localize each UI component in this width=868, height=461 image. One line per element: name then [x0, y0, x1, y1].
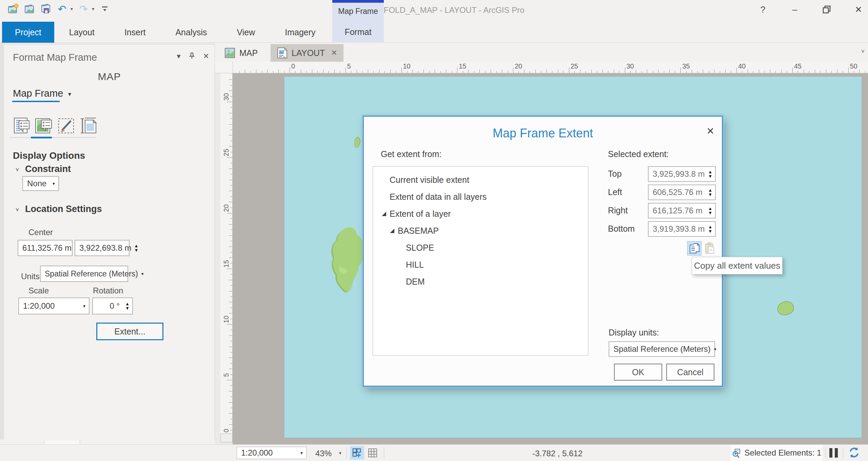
units-label: Units — [21, 272, 40, 281]
location-settings-heading[interactable]: Location Settings — [25, 204, 102, 214]
pane-icon-tabs — [12, 116, 98, 135]
display-units-label: Display units: — [609, 328, 659, 338]
units-select[interactable]: Spatial Reference (Meters)▾ — [40, 266, 128, 282]
layout-grid-button[interactable] — [350, 446, 364, 460]
extent-right-spinner[interactable]: ▲▼ — [705, 207, 715, 215]
center-label: Center — [28, 228, 53, 237]
display-options-heading: Display Options — [13, 150, 85, 161]
extent-left-label: Left — [608, 187, 622, 197]
map-view-icon — [224, 47, 235, 58]
cancel-button[interactable]: Cancel — [666, 364, 714, 381]
view-tab-map[interactable]: MAP — [218, 44, 264, 62]
vertical-ruler: 051015202530 — [220, 73, 233, 440]
contextual-tab-group: Map Frame Format — [332, 0, 384, 43]
extent-bottom-spinner[interactable]: ▲▼ — [705, 225, 715, 233]
rotation-spinner[interactable]: ▲▼ — [122, 302, 132, 310]
scale-label: Scale — [28, 286, 49, 295]
vertical-ruler-gap — [215, 73, 220, 440]
extent-bottom-field[interactable]: 3,919,393.8 m▲▼ — [648, 221, 716, 237]
extent-left-spinner[interactable]: ▲▼ — [705, 188, 715, 196]
ribbon-tab-analysis[interactable]: Analysis — [160, 22, 222, 43]
location-collapse-icon[interactable]: ˅ — [16, 207, 19, 213]
tree-item-extent-of-data-in-all-layers[interactable]: Extent of data in all layers — [382, 188, 487, 205]
pane-menu-icon[interactable]: ▾ — [177, 52, 181, 61]
tab-symbol-icon[interactable] — [57, 116, 76, 135]
refresh-icon[interactable] — [848, 446, 861, 460]
tab-list-chevron-icon[interactable]: ˅ — [861, 48, 865, 55]
tab-map-display-options-icon[interactable] — [35, 116, 54, 135]
constraint-heading[interactable]: Constraint — [25, 164, 71, 174]
pin-icon[interactable] — [188, 52, 196, 61]
extent-button[interactable]: Extent... — [96, 323, 163, 340]
ribbon-tab-imagery[interactable]: Imagery — [270, 22, 330, 43]
copy-extent-values-button[interactable] — [687, 241, 702, 255]
tree-item-extent-of-a-layer[interactable]: Extent of a layer — [382, 205, 451, 222]
dialog-close-icon[interactable]: ✕ — [707, 126, 714, 137]
constraint-select[interactable]: None▾ — [22, 176, 59, 191]
minimize-button[interactable]: – — [788, 3, 802, 16]
close-layout-tab-icon[interactable]: ✕ — [331, 49, 337, 57]
paste-extent-values-button[interactable] — [703, 241, 717, 255]
display-units-select[interactable]: Spatial Reference (Meters)▾ — [609, 341, 715, 357]
statusbar-zoom-value[interactable]: 43% — [315, 449, 332, 458]
expand-triangle-icon[interactable] — [382, 212, 386, 216]
tree-item-dem[interactable]: DEM — [398, 273, 425, 290]
rotation-field[interactable]: 0 ° ▲▼ — [92, 297, 133, 314]
ribbon-tab-layout[interactable]: Layout — [54, 22, 110, 43]
contextual-group-label: Map Frame — [332, 7, 384, 16]
statusbar-zoom-dropdown-icon[interactable]: ▾ — [339, 450, 341, 456]
selected-elements-button[interactable]: Selected Elements: 1 — [730, 445, 823, 461]
scale-select[interactable]: 1:20,000▾ — [18, 297, 90, 314]
close-pane-icon[interactable]: ✕ — [203, 52, 209, 61]
statusbar-scale-select[interactable]: 1:20,000▾ — [237, 447, 307, 459]
ribbon-tab-view[interactable]: View — [222, 22, 270, 43]
ribbon-tab-project[interactable]: Project — [2, 22, 54, 43]
tree-item-basemap[interactable]: BASEMAP — [390, 222, 439, 239]
contextual-group-strip — [332, 0, 384, 3]
ribbon-tab-insert[interactable]: Insert — [110, 22, 161, 43]
copy-extent-tooltip: Copy all extent values — [692, 257, 783, 274]
extent-source-list[interactable]: Current visible extentExtent of data in … — [373, 166, 588, 356]
map-frame-selector[interactable]: Map Frame — [13, 88, 63, 99]
selected-extent-label: Selected extent: — [608, 149, 669, 159]
pane-title: Format Map Frame — [13, 52, 97, 63]
expand-triangle-icon[interactable] — [390, 229, 394, 233]
tree-item-current-visible-extent[interactable]: Current visible extent — [382, 171, 469, 188]
select-zoom-icon — [732, 448, 742, 458]
tree-item-slope[interactable]: SLOPE — [398, 239, 434, 256]
constraint-collapse-icon[interactable]: ˅ — [16, 167, 19, 173]
extent-top-label: Top — [608, 169, 622, 179]
dialog-title: Map Frame Extent — [364, 126, 722, 140]
extent-left-field[interactable]: 606,525.76 m▲▼ — [648, 185, 716, 200]
island-small — [776, 300, 795, 316]
tree-item-hill[interactable]: HILL — [398, 256, 424, 273]
ok-button[interactable]: OK — [614, 364, 662, 381]
center-x-field[interactable]: 611,325.76 m ▲▼ — [18, 240, 73, 256]
window-title: HOW_TO_FOLD_A_MAP - LAYOUT - ArcGIS Pro — [0, 5, 868, 15]
horizontal-ruler: 05101520253035404550 — [233, 62, 868, 73]
statusbar-left — [0, 444, 215, 461]
title-bar: ↶ ▾ ↷ ▾ HOW_TO_FOLD_A_MAP - LAYOUT - Arc… — [0, 0, 868, 22]
tab-display-options-icon[interactable] — [12, 116, 31, 135]
map-frame-selector-dropdown-icon[interactable]: ▼ — [67, 91, 72, 97]
view-tab-layout[interactable]: LAYOUT ✕ — [271, 44, 343, 62]
tab-size-position-icon[interactable] — [79, 116, 98, 135]
status-bar: 1:20,000▾ 43% ▾ -3.782 , 5.612 Selected … — [215, 444, 868, 461]
help-button[interactable]: ? — [756, 3, 770, 16]
pause-drawing-button[interactable] — [829, 448, 838, 458]
close-button[interactable]: ✕ — [852, 3, 865, 16]
map-frame-selector-underline — [12, 101, 60, 102]
extent-right-label: Right — [608, 206, 628, 215]
extent-top-spinner[interactable]: ▲▼ — [705, 170, 715, 178]
icon-tabs-rule — [9, 137, 96, 138]
center-y-spinner[interactable]: ▲▼ — [131, 244, 141, 252]
restore-button[interactable] — [820, 3, 833, 16]
arcgis-pro-window: ↶ ▾ ↷ ▾ HOW_TO_FOLD_A_MAP - LAYOUT - Arc… — [0, 0, 868, 461]
view-tab-bar: MAP LAYOUT ✕ ˅ — [215, 43, 868, 62]
tab-format[interactable]: Format — [332, 27, 384, 37]
pane-map-label: MAP — [4, 71, 215, 82]
table-grid-button[interactable] — [366, 446, 380, 460]
extent-top-field[interactable]: 3,925,993.8 m▲▼ — [648, 166, 716, 182]
center-y-field[interactable]: 3,922,693.8 m ▲▼ — [75, 240, 130, 256]
extent-right-field[interactable]: 616,125.76 m▲▼ — [648, 203, 716, 218]
